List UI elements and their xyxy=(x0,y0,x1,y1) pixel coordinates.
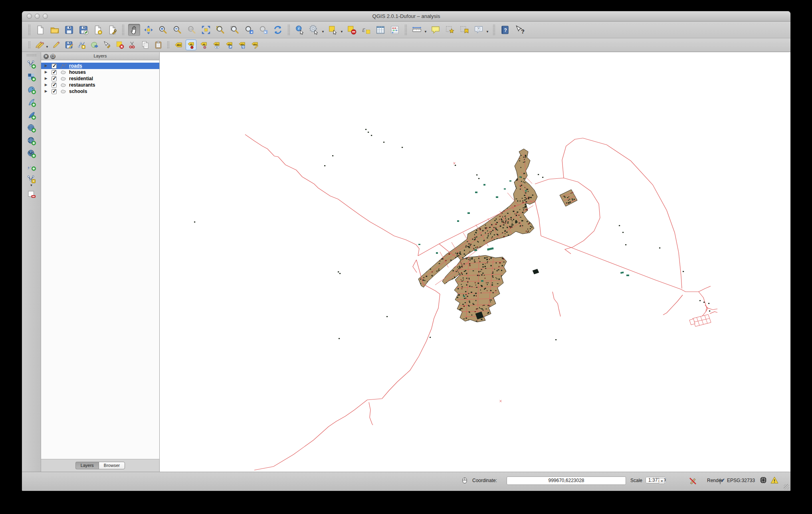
identify-features-button[interactable]: i xyxy=(294,24,306,36)
layer-labeling-button[interactable]: abc xyxy=(173,40,184,50)
current-edits-button-dropdown-icon[interactable]: ▼ xyxy=(46,45,49,49)
panel-tab-layers[interactable]: Layers xyxy=(75,462,99,469)
new-project-button[interactable] xyxy=(34,24,46,36)
minimize-window-button[interactable] xyxy=(35,14,40,19)
deselect-features-button[interactable] xyxy=(346,24,358,36)
toolbar-drag-handle[interactable] xyxy=(28,41,31,49)
crs-status-icon[interactable] xyxy=(759,476,767,484)
save-layer-edits-button[interactable] xyxy=(63,40,74,50)
toolbar-drag-handle[interactable] xyxy=(287,24,290,35)
add-wms-layer-button[interactable] xyxy=(25,122,38,134)
close-panel-icon[interactable]: ✕ xyxy=(44,54,49,59)
run-feature-action-button-dropdown-icon[interactable]: ▼ xyxy=(321,30,325,34)
layer-item-schools[interactable]: ▶schools xyxy=(41,88,159,95)
add-postgis-layer-button[interactable] xyxy=(25,84,38,95)
copy-features-button[interactable] xyxy=(140,40,151,50)
layer-visibility-checkbox[interactable] xyxy=(51,63,57,69)
current-edits-button[interactable] xyxy=(34,40,45,50)
toolbar-drag-handle[interactable] xyxy=(28,24,31,35)
zoom-out-button[interactable] xyxy=(171,24,183,36)
toolbar-drag-handle[interactable] xyxy=(122,24,125,35)
remove-layer-button[interactable] xyxy=(25,188,38,200)
map-canvas[interactable] xyxy=(160,52,790,472)
expand-icon[interactable]: ▶ xyxy=(45,70,49,74)
select-features-button-dropdown-icon[interactable]: ▼ xyxy=(340,30,343,34)
add-wfs-layer-button[interactable] xyxy=(25,148,38,159)
add-vector-layer-button[interactable] xyxy=(25,58,38,70)
new-shapefile-layer-button[interactable] xyxy=(25,173,38,185)
new-print-composer-button[interactable] xyxy=(92,24,104,36)
layer-item-houses[interactable]: ▶houses xyxy=(41,69,159,75)
measure-button-dropdown-icon[interactable]: ▼ xyxy=(424,30,427,34)
zoom-full-button[interactable] xyxy=(200,24,212,36)
measure-button[interactable] xyxy=(411,24,423,36)
add-spatialite-layer-button[interactable] xyxy=(25,97,38,108)
stop-render-icon[interactable] xyxy=(689,476,697,485)
coordinate-input[interactable]: 999670,6223028 xyxy=(507,476,626,485)
zoom-next-button[interactable] xyxy=(257,24,269,36)
layer-item-restaurants[interactable]: ▶restaurants xyxy=(41,82,159,88)
resize-grip[interactable] xyxy=(784,484,789,490)
cut-features-button[interactable] xyxy=(127,40,138,50)
add-delimited-text-button[interactable]: ,, xyxy=(25,160,38,172)
layer-item-roads[interactable]: ▶roads xyxy=(41,63,159,69)
open-project-button[interactable] xyxy=(49,24,61,36)
add-mssql-layer-button[interactable] xyxy=(25,109,38,121)
layer-visibility-checkbox[interactable] xyxy=(51,70,57,75)
layer-visibility-checkbox[interactable] xyxy=(51,89,57,94)
open-attribute-table-button[interactable] xyxy=(374,24,386,36)
highlight-labels-button[interactable]: abc xyxy=(211,40,222,50)
new-bookmark-button[interactable] xyxy=(444,24,456,36)
scale-combo[interactable]: 1:37710▼ xyxy=(646,477,666,483)
close-window-button[interactable] xyxy=(27,14,32,19)
pan-map-button[interactable] xyxy=(128,24,140,36)
move-label-button[interactable]: abc xyxy=(224,40,235,50)
toolbar-drag-handle[interactable] xyxy=(404,24,407,35)
scale-combo-arrow-icon[interactable]: ▼ xyxy=(659,478,665,484)
toolbar-drag-handle[interactable] xyxy=(26,54,37,56)
zoom-window-button[interactable] xyxy=(43,14,48,19)
save-project-as-button[interactable] xyxy=(77,24,89,36)
panel-tab-browser[interactable]: Browser xyxy=(99,462,125,469)
layer-item-residential[interactable]: ▶residential xyxy=(41,75,159,82)
run-feature-action-button[interactable] xyxy=(308,24,320,36)
select-features-button[interactable] xyxy=(327,24,339,36)
zoom-native-button[interactable]: 1:1 xyxy=(186,24,198,36)
expand-icon[interactable]: ▶ xyxy=(45,83,49,87)
delete-selected-button[interactable] xyxy=(115,40,125,50)
rotate-label-button[interactable]: abc xyxy=(237,40,248,50)
expand-icon[interactable]: ▶ xyxy=(45,77,49,81)
log-messages-icon[interactable] xyxy=(770,476,778,484)
zoom-to-selection-button[interactable] xyxy=(214,24,226,36)
field-calculator-button[interactable] xyxy=(389,24,401,36)
zoom-to-layer-button[interactable] xyxy=(229,24,241,36)
help-contents-button[interactable]: ? xyxy=(499,24,511,36)
unpin-labels-button[interactable]: ab xyxy=(198,40,209,50)
text-annotation-button[interactable]: T xyxy=(473,24,485,36)
text-annotation-button-dropdown-icon[interactable]: ▼ xyxy=(486,30,489,34)
extent-toggle-icon[interactable] xyxy=(461,476,468,484)
layer-visibility-checkbox[interactable] xyxy=(51,76,57,81)
pin-label-button[interactable]: ab xyxy=(186,40,196,50)
composer-manager-button[interactable] xyxy=(106,24,118,36)
show-bookmarks-button[interactable] xyxy=(458,24,470,36)
expand-icon[interactable]: ▶ xyxy=(45,89,49,93)
change-label-button[interactable]: abc xyxy=(250,40,260,50)
layer-visibility-checkbox[interactable] xyxy=(51,83,57,88)
paste-features-button[interactable] xyxy=(153,40,164,50)
select-by-expression-button[interactable]: ε xyxy=(360,24,372,36)
save-project-button[interactable] xyxy=(63,24,75,36)
move-feature-button[interactable] xyxy=(89,40,100,50)
add-wcs-layer-button[interactable] xyxy=(25,135,38,146)
whats-this-button[interactable]: ? xyxy=(513,24,525,36)
node-tool-button[interactable] xyxy=(102,40,113,50)
map-tips-button[interactable] xyxy=(430,24,442,36)
float-panel-icon[interactable]: ❐ xyxy=(50,54,55,59)
add-feature-button[interactable] xyxy=(76,40,87,50)
toggle-editing-button[interactable] xyxy=(51,40,61,50)
expand-icon[interactable]: ▶ xyxy=(45,64,49,68)
pan-to-selection-button[interactable] xyxy=(143,24,154,36)
refresh-map-button[interactable] xyxy=(272,24,284,36)
zoom-last-button[interactable] xyxy=(243,24,255,36)
add-raster-layer-button[interactable] xyxy=(25,71,38,83)
